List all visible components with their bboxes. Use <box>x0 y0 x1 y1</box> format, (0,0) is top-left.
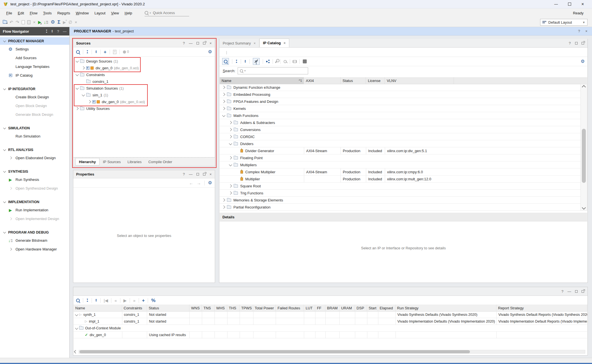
catalog-row[interactable]: Square Root <box>220 183 580 190</box>
design-run-row-impl_1[interactable]: ▷ impl_1 constrs_1 Not started Vivado Im… <box>74 318 587 325</box>
catalog-row[interactable]: Trig Functions <box>220 190 580 197</box>
collapse-all-icon[interactable]: ▼▲ <box>45 30 48 33</box>
close-icon[interactable]: × <box>585 29 588 33</box>
expander-icon[interactable] <box>222 114 225 117</box>
catalog-row[interactable]: Dividers <box>220 140 580 147</box>
sources-tree-item[interactable]: Constraints <box>74 71 215 78</box>
flow-item-generate-block-design[interactable]: Generate Block Design <box>0 110 69 119</box>
close-icon[interactable]: × <box>209 41 212 45</box>
catalog-row[interactable]: Adders & Subtracters <box>220 119 580 126</box>
step-back-icon[interactable]: « <box>114 298 117 303</box>
add-ip-to-design-icon[interactable] <box>266 60 270 63</box>
gear-icon[interactable]: ⚙ <box>208 181 212 185</box>
expander-icon[interactable] <box>75 313 78 316</box>
flow-item-open-implemented-design[interactable]: Open Implemented Design <box>0 214 69 223</box>
expander-icon[interactable] <box>229 184 232 187</box>
expander-icon[interactable] <box>88 100 91 103</box>
minimize-icon[interactable]: — <box>63 29 67 34</box>
sources-tree-item[interactable]: sim_1 (1) <box>74 92 215 98</box>
search-icon[interactable] <box>222 58 229 65</box>
catalog-row[interactable]: FPGA Features and Design <box>220 98 580 105</box>
flow-item-open-block-design[interactable]: Open Block Design <box>0 101 69 110</box>
add-sources-icon[interactable]: + <box>104 50 107 54</box>
maximize-icon[interactable] <box>196 173 199 176</box>
scrollbar-thumb[interactable] <box>582 129 586 183</box>
flow-item-run-simulation[interactable]: Run Simulation <box>0 132 69 141</box>
percent-icon[interactable]: % <box>151 298 155 303</box>
close-icon[interactable]: × <box>581 2 584 7</box>
design-run-row-out-of-context-module-runs[interactable]: Out-of-Context Module Runs <box>74 325 587 332</box>
column-header-name[interactable]: Name^1 <box>220 77 304 84</box>
catalog-row[interactable]: Conversions <box>220 126 580 133</box>
catalog-row[interactable]: Divider Generator AXI4-Stream Production… <box>220 147 580 154</box>
expand-all-icon[interactable]: ▲▼ <box>95 299 97 302</box>
expand-all-icon[interactable]: ▲▼ <box>244 60 246 63</box>
flow-item-open-synthesized-design[interactable]: Open Synthesized Design <box>0 184 69 193</box>
disable-run-icon[interactable]: ∅ <box>69 20 72 24</box>
column-header-run-strategy[interactable]: Run Strategy <box>396 305 496 311</box>
flow-item-create-block-design[interactable]: Create Block Design <box>0 93 69 101</box>
sources-tree-item[interactable]: Simulation Sources (1) <box>74 85 215 92</box>
collapse-all-icon[interactable]: ▼▲ <box>86 299 89 302</box>
maximize-icon[interactable] <box>575 290 578 293</box>
catalog-row[interactable]: Dynamic Function eXchange <box>220 84 580 91</box>
expander-icon[interactable] <box>229 191 232 194</box>
catalog-search-box[interactable]: ▾ <box>238 67 308 74</box>
expander-icon[interactable] <box>229 121 232 124</box>
sources-tree-item[interactable]: constrs_1 <box>74 78 215 85</box>
column-header-ths[interactable]: THS <box>227 305 240 311</box>
create-run-icon[interactable]: + <box>142 298 145 303</box>
column-header-start[interactable]: Start <box>367 305 378 311</box>
sources-tree-item[interactable]: div_gen_0 (div_gen_0.xci) <box>74 65 215 71</box>
menu-item[interactable]: File <box>3 11 15 15</box>
scroll-down-icon[interactable] <box>582 206 586 210</box>
open-project-icon[interactable] <box>3 21 7 24</box>
column-header-status[interactable]: Status <box>341 77 366 84</box>
redo-icon[interactable]: ↷ <box>16 20 19 24</box>
expander-icon[interactable] <box>81 66 85 69</box>
cancel-run-icon[interactable]: × <box>75 20 77 24</box>
expander-icon[interactable] <box>229 135 232 138</box>
column-header-lut[interactable]: LUT <box>304 305 315 311</box>
design-run-row-div_gen_0[interactable]: ✓ div_gen_0 Using cached IP results <box>74 332 587 338</box>
column-header-status[interactable]: Status <box>147 305 189 311</box>
column-header-name[interactable]: Name <box>74 305 122 311</box>
tab-project-summary[interactable]: Project Summary × <box>219 39 259 47</box>
column-header-failed-routes[interactable]: Failed Routes <box>276 305 304 311</box>
catalog-row[interactable]: CORDIC <box>220 133 580 140</box>
catalog-row[interactable]: Floating Point <box>220 154 580 161</box>
maximize-icon[interactable] <box>568 2 571 7</box>
sources-tab-hierarchy[interactable]: Hierarchy <box>75 158 100 165</box>
column-header-wns[interactable]: WNS <box>189 305 202 311</box>
flow-section-ip-integrator[interactable]: IP INTEGRATOR <box>0 85 69 93</box>
gear-icon[interactable]: ⚙ <box>581 59 585 64</box>
help-icon[interactable]: ? <box>182 172 185 176</box>
stop-run-icon[interactable]: ▶ <box>63 20 66 24</box>
column-header-vlnv[interactable]: VLNV <box>385 77 454 84</box>
float-icon[interactable] <box>203 173 206 176</box>
column-header-axi4[interactable]: AXI4 <box>304 77 341 84</box>
search-icon[interactable] <box>76 50 80 54</box>
minimize-icon[interactable]: — <box>189 41 193 45</box>
flow-item-settings[interactable]: ⚙ Settings <box>0 45 69 54</box>
expander-icon[interactable] <box>75 326 78 329</box>
sources-tab-compile-order[interactable]: Compile Order <box>145 158 176 165</box>
paste-icon[interactable] <box>27 20 30 24</box>
expander-icon[interactable] <box>222 93 225 96</box>
flow-section-simulation[interactable]: SIMULATION <box>0 124 69 132</box>
expander-icon[interactable] <box>76 73 79 76</box>
sources-tree-item[interactable]: Utility Sources <box>74 105 215 112</box>
catalog-row[interactable]: Multipliers <box>220 161 580 168</box>
flow-item-open-elaborated-design[interactable]: Open Elaborated Design <box>0 154 69 162</box>
info-icon[interactable] <box>303 59 307 63</box>
menu-item[interactable]: Window <box>73 11 92 15</box>
close-icon[interactable]: × <box>209 172 212 176</box>
license-icon[interactable] <box>284 60 287 63</box>
collapse-all-icon[interactable]: ▼▲ <box>86 50 89 54</box>
float-icon[interactable] <box>581 290 584 293</box>
properties-panel-header[interactable]: Properties ?—× <box>73 170 215 178</box>
flow-item-ip-catalog[interactable]: IP Catalog <box>0 71 69 80</box>
catalog-row[interactable]: Embedded Processing <box>220 91 580 98</box>
help-icon[interactable]: ? <box>182 41 185 45</box>
sources-tree-item[interactable]: div_gen_0 (div_gen_0.xci) <box>74 98 215 105</box>
